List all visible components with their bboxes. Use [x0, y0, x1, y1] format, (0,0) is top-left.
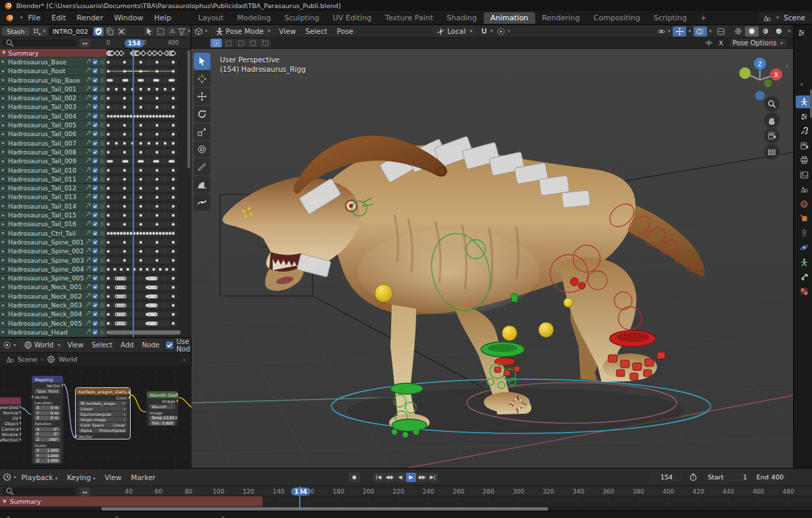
tool-cursor-button[interactable]	[194, 53, 210, 70]
dope-channel[interactable]: ▸Hadrosaurus_Spine_001	[0, 238, 106, 246]
modifier-wrench-icon[interactable]	[85, 248, 91, 253]
only-selected-filter-icon[interactable]	[144, 27, 154, 36]
tool-transform-button[interactable]	[194, 141, 210, 158]
channel-enable-checkbox[interactable]	[92, 167, 98, 173]
channel-enable-checkbox[interactable]	[92, 275, 98, 281]
workspace-tab-modeling[interactable]: Modeling	[230, 12, 277, 24]
modifier-wrench-icon[interactable]	[85, 140, 91, 146]
channel-search-input[interactable]	[2, 39, 78, 47]
node-output-socket[interactable]: Camera	[0, 426, 21, 431]
dope-channel[interactable]: ▸Hadrosaurus_Tail_010	[0, 166, 106, 175]
channel-lock-icon[interactable]	[99, 113, 105, 118]
expand-triangle-icon[interactable]: ▸	[2, 194, 8, 200]
channel-enable-checkbox[interactable]	[92, 212, 98, 218]
modifier-wrench-icon[interactable]	[85, 113, 91, 118]
transform-orientation[interactable]: Local▾	[433, 26, 476, 37]
action-name-field[interactable]: INTRO_002	[49, 27, 93, 36]
channel-lock-icon[interactable]	[99, 212, 105, 217]
channel-lock-icon[interactable]	[99, 59, 105, 64]
select-mode-button-1[interactable]	[223, 39, 234, 47]
scroll-up-arrow[interactable]: ▾	[800, 82, 803, 87]
tool-scale-button[interactable]	[194, 123, 210, 140]
channel-lock-icon[interactable]	[99, 320, 105, 326]
channel-enable-checkbox[interactable]	[92, 329, 98, 335]
collapse-arrow[interactable]: ‹	[786, 62, 788, 70]
dope-channel[interactable]: ▸Hadrosaurus_Tail_002	[0, 94, 106, 103]
channel-enable-checkbox[interactable]	[92, 86, 98, 92]
modifier-wrench-icon[interactable]	[85, 131, 91, 136]
filter-funnel-icon[interactable]: ▾	[179, 27, 189, 36]
node-output-socket[interactable]: Reflection	[0, 437, 21, 442]
expand-triangle-icon[interactable]: ▸	[2, 230, 8, 236]
expand-triangle-icon[interactable]: ▸	[2, 311, 8, 317]
fake-user-toggle[interactable]	[93, 27, 104, 36]
workspace-tab-sculpting[interactable]: Sculpting	[277, 12, 325, 24]
node-canvas[interactable]: Coordinate GeneratedNormalUVObjectCamera…	[0, 367, 191, 467]
dope-channel-area[interactable]: ▼Summary▸Hadrosaurus_Base▸Hadrosaurus_Ro…	[0, 49, 191, 337]
dope-channel[interactable]: ▸Hadrosaurus_Tail_007	[0, 139, 106, 148]
node-menu-node[interactable]: Node	[142, 341, 160, 349]
properties-tab-checker-icon[interactable]	[796, 285, 812, 298]
show-hidden-filter-icon[interactable]	[156, 27, 166, 36]
modifier-wrench-icon[interactable]	[85, 203, 91, 209]
stopwatch-icon[interactable]	[689, 473, 698, 481]
properties-editor-icon[interactable]	[794, 25, 812, 37]
dope-channel[interactable]: ▸Hadrosaurus_Spine_002	[0, 247, 106, 256]
modifier-wrench-icon[interactable]	[85, 212, 91, 217]
channel-lock-icon[interactable]	[99, 104, 105, 109]
properties-tab-objsquare-icon[interactable]	[796, 212, 812, 225]
mapping-value-field[interactable]: Y0 m	[35, 411, 60, 416]
dope-channel[interactable]: ▸Hadrosaurus_Tail_008	[0, 148, 106, 156]
workspace-tab-animation[interactable]: Animation	[484, 12, 535, 24]
breadcrumb-scene[interactable]: Scene	[18, 355, 37, 363]
shading-mode-3[interactable]	[772, 26, 786, 37]
timeline-search-input[interactable]	[2, 488, 76, 495]
channel-enable-checkbox[interactable]	[92, 149, 98, 155]
channel-enable-checkbox[interactable]	[92, 311, 98, 317]
current-frame-field[interactable]: 154	[651, 473, 682, 481]
channel-enable-checkbox[interactable]	[92, 302, 98, 308]
channel-lock-icon[interactable]	[99, 257, 105, 263]
mapping-value-field[interactable]: Z0 m	[35, 416, 60, 420]
workspace-tab-shading[interactable]: Shading	[440, 12, 484, 24]
viewport-menu-pose[interactable]: Pose	[337, 27, 353, 35]
pose-mirror-icon[interactable]	[704, 39, 713, 47]
transport-button-0[interactable]: |◀	[374, 473, 384, 482]
expand-triangle-icon[interactable]: ▸	[2, 239, 8, 244]
expand-triangle-icon[interactable]: ▸	[2, 131, 8, 137]
start-frame-field[interactable]: Start1	[704, 473, 751, 481]
channel-enable-checkbox[interactable]	[92, 284, 98, 290]
workspace-tab-uv-editing[interactable]: UV Editing	[326, 12, 378, 24]
dope-channel[interactable]: ▸Hadrosaurus_Base	[0, 58, 106, 66]
editor-type-button[interactable]: ▾	[194, 27, 208, 36]
viewport-menu-select[interactable]: Select	[305, 27, 327, 35]
show-gizmo-toggle[interactable]	[673, 26, 686, 37]
workspace-tab-rendering[interactable]: Rendering	[535, 12, 587, 24]
timeline-menu-keying[interactable]: Keying▾	[67, 473, 95, 481]
env-image-selector[interactable]: kenfado_arago...✕	[78, 401, 127, 406]
dope-channel[interactable]: ▸Hadrosaurus_Ctrl_Tail	[0, 229, 106, 238]
modifier-wrench-icon[interactable]	[85, 302, 91, 307]
channel-lock-icon[interactable]	[99, 77, 105, 83]
nav-hand-button[interactable]	[764, 112, 780, 128]
channel-lock-icon[interactable]	[99, 68, 105, 73]
modifier-wrench-icon[interactable]	[85, 104, 91, 109]
use-nodes-checkbox[interactable]: Use Nod	[165, 338, 190, 353]
channel-enable-checkbox[interactable]	[92, 158, 98, 164]
shader-type-selector[interactable]: World▾	[20, 340, 64, 350]
channel-lock-icon[interactable]	[99, 266, 105, 272]
dope-channel[interactable]: ▸Hadrosaurus_Neck_004	[0, 310, 106, 319]
menu-render[interactable]: Render	[71, 12, 108, 24]
channel-enable-checkbox[interactable]	[92, 203, 98, 209]
tool-xhair-button[interactable]	[194, 70, 210, 87]
channel-enable-checkbox[interactable]	[92, 230, 98, 236]
select-mode-button-3[interactable]	[247, 39, 258, 47]
node-texture-coordinate[interactable]: Coordinate GeneratedNormalUVObjectCamera…	[0, 397, 22, 443]
properties-tab-physics-icon[interactable]	[796, 241, 812, 254]
modifier-wrench-icon[interactable]	[85, 122, 91, 127]
mapping-value-field[interactable]: Y0°	[35, 432, 60, 437]
channel-enable-checkbox[interactable]	[92, 95, 98, 101]
dope-current-frame-badge[interactable]: 154	[125, 39, 144, 47]
shading-mode-2[interactable]	[759, 26, 772, 37]
expand-range-icon[interactable]: ↔	[80, 488, 90, 496]
